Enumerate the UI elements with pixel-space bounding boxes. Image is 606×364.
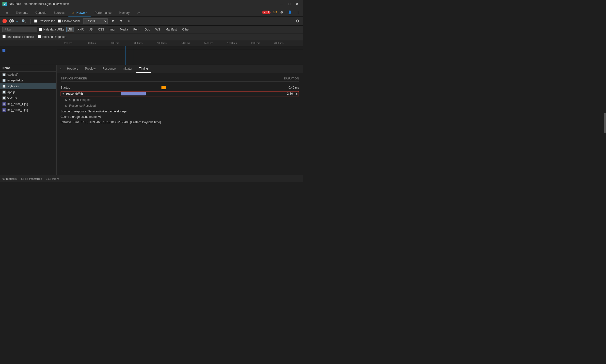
filter-font-button[interactable]: Font bbox=[132, 28, 141, 31]
list-item[interactable]: 📄 image-list.js bbox=[0, 77, 56, 83]
detail-panel: × Headers Preview Response Initiator Tim… bbox=[57, 65, 303, 175]
timing-response-received-row: ▶ Response Received bbox=[61, 103, 299, 109]
filter-img-button[interactable]: Img bbox=[108, 28, 116, 31]
detail-tab-preview[interactable]: Preview bbox=[82, 65, 99, 73]
filter-other-button[interactable]: Other bbox=[180, 28, 191, 31]
filter-manifest-button[interactable]: Manifest bbox=[164, 28, 178, 31]
tab-console[interactable]: Console bbox=[32, 10, 50, 16]
file-name: image-list.js bbox=[7, 79, 23, 82]
filter-css-button[interactable]: CSS bbox=[96, 28, 106, 31]
tab-performance[interactable]: Performance bbox=[91, 10, 115, 16]
record-button[interactable] bbox=[2, 19, 7, 23]
startup-duration: 0.40 ms bbox=[279, 86, 299, 89]
devtools-icon: D bbox=[2, 2, 7, 6]
file-list-header: Name bbox=[0, 65, 56, 72]
close-button[interactable]: ✕ bbox=[294, 1, 301, 6]
filter-ws-button[interactable]: WS bbox=[154, 28, 162, 31]
list-item[interactable]: 📄 style.css bbox=[0, 83, 56, 89]
list-item[interactable]: 🖼 img_error_1.jpg bbox=[0, 101, 56, 107]
warning-badge: ⚠ 5 bbox=[272, 11, 277, 14]
download-icon[interactable]: ⬇ bbox=[126, 18, 132, 24]
tab-more[interactable]: >> bbox=[134, 10, 144, 16]
detail-close-button[interactable]: × bbox=[58, 66, 64, 72]
tab-memory[interactable]: Memory bbox=[115, 10, 133, 16]
disable-cache-checkbox[interactable]: Disable cache bbox=[58, 19, 80, 23]
timing-content: Service Worker DURATION Startup 0.40 ms … bbox=[57, 73, 303, 129]
list-item[interactable]: 📄 app.js bbox=[0, 89, 56, 95]
settings-button[interactable]: ⚙ bbox=[279, 10, 285, 15]
filter-all-button[interactable]: All bbox=[66, 27, 74, 32]
chevron-down-icon[interactable]: ▼ bbox=[110, 18, 116, 24]
file-name: text1.js bbox=[7, 96, 17, 100]
tick-800: 800 ms bbox=[127, 42, 150, 45]
file-name: style.css bbox=[7, 85, 19, 88]
file-js-icon: 📄 bbox=[2, 79, 6, 82]
list-item[interactable]: 📄 sw-test/ bbox=[0, 72, 56, 77]
blocked-requests-checkbox[interactable]: Blocked Requests bbox=[38, 35, 66, 39]
has-blocked-cookies-checkbox[interactable]: Has blocked cookies bbox=[2, 35, 34, 39]
detail-tab-headers[interactable]: Headers bbox=[64, 65, 81, 73]
titlebar-title: DevTools - anubhamathur14.github.io/sw-t… bbox=[9, 2, 69, 6]
tick-1400: 1400 ms bbox=[197, 42, 220, 45]
minimize-button[interactable]: ─ bbox=[278, 1, 285, 6]
file-name: app.js bbox=[7, 91, 15, 94]
error-x-icon: ✕ bbox=[263, 11, 266, 14]
expand-arrow-icon: ▼ bbox=[62, 92, 64, 95]
filter-input[interactable] bbox=[2, 27, 37, 32]
file-name: img_error_1.jpg bbox=[7, 102, 28, 106]
filter-xhr-button[interactable]: XHR bbox=[76, 28, 85, 31]
timing-section-header: Service Worker DURATION bbox=[61, 77, 299, 82]
file-doc-icon: 📄 bbox=[2, 73, 6, 76]
cache-storage-row: Cache storage cache name: v1 bbox=[61, 114, 299, 120]
tick-200: 200 ms bbox=[57, 42, 80, 45]
respond-with-bar bbox=[121, 92, 146, 95]
startup-label: Startup bbox=[61, 86, 110, 89]
detail-tab-initiator[interactable]: Initiator bbox=[119, 65, 136, 73]
expand-arrow-icon: ▶ bbox=[65, 99, 67, 101]
titlebar: D DevTools - anubhamathur14.github.io/sw… bbox=[0, 0, 303, 8]
file-js-icon: 📄 bbox=[2, 96, 6, 100]
hide-data-urls-input[interactable] bbox=[39, 28, 42, 31]
tab-network[interactable]: ⚠ Network bbox=[68, 10, 91, 16]
cookie-bar: Has blocked cookies Blocked Requests bbox=[0, 33, 303, 40]
hide-data-urls-checkbox[interactable]: Hide data URLs bbox=[39, 28, 64, 31]
network-settings-button[interactable]: ⚙ bbox=[295, 18, 301, 24]
respond-with-bar-area bbox=[114, 92, 275, 95]
tab-pointer[interactable]: 🖱 bbox=[2, 10, 12, 16]
timeline-area[interactable] bbox=[57, 46, 303, 65]
search-button[interactable]: 🔍 bbox=[20, 18, 27, 24]
maximize-button[interactable]: □ bbox=[286, 1, 293, 6]
tab-elements[interactable]: Elements bbox=[12, 10, 32, 16]
filter-js-button[interactable]: JS bbox=[87, 28, 94, 31]
tick-1000: 1000 ms bbox=[150, 42, 174, 45]
preserve-log-input[interactable] bbox=[34, 19, 37, 23]
filter-doc-button[interactable]: Doc bbox=[143, 28, 152, 31]
throttle-select[interactable]: Fast 3G Slow 3G No throttling Offline bbox=[83, 18, 108, 24]
response-received-bar-area bbox=[112, 104, 277, 107]
timing-respond-with-row: ▼ respondWith 2.36 ms bbox=[61, 91, 299, 96]
disable-cache-input[interactable] bbox=[58, 19, 61, 23]
filter-icon: ⬦ bbox=[16, 19, 18, 23]
filter-media-button[interactable]: Media bbox=[118, 28, 130, 31]
response-received-label: ▶ Response Received bbox=[61, 104, 110, 107]
service-worker-label: Service Worker bbox=[61, 77, 87, 80]
file-img-icon: 🖼 bbox=[2, 108, 6, 112]
tick-2000: 2000 ms bbox=[267, 42, 290, 45]
preserve-log-checkbox[interactable]: Preserve log bbox=[34, 19, 55, 23]
list-item[interactable]: 📄 text1.js bbox=[0, 95, 56, 101]
more-options-button[interactable]: ⋮ bbox=[295, 10, 301, 15]
tab-sources[interactable]: Sources bbox=[50, 10, 68, 16]
list-item[interactable]: 🖼 img_error_2.jpg bbox=[0, 107, 56, 113]
detail-tab-response[interactable]: Response bbox=[99, 65, 119, 73]
respond-with-duration: 2.36 ms bbox=[278, 92, 298, 95]
warning-icon: ⚠ bbox=[72, 11, 75, 15]
blocked-requests-input[interactable] bbox=[38, 35, 41, 38]
user-button[interactable]: 👤 bbox=[287, 10, 293, 15]
tick-1800: 1800 ms bbox=[244, 42, 267, 45]
has-blocked-cookies-input[interactable] bbox=[2, 35, 6, 38]
main-panel: Name 📄 sw-test/ 📄 image-list.js 📄 style.… bbox=[0, 65, 303, 175]
upload-icon[interactable]: ⬆ bbox=[118, 18, 124, 24]
stop-button[interactable] bbox=[9, 19, 14, 23]
timeline-request-icon bbox=[2, 49, 5, 52]
detail-tab-timing[interactable]: Timing bbox=[136, 65, 152, 73]
